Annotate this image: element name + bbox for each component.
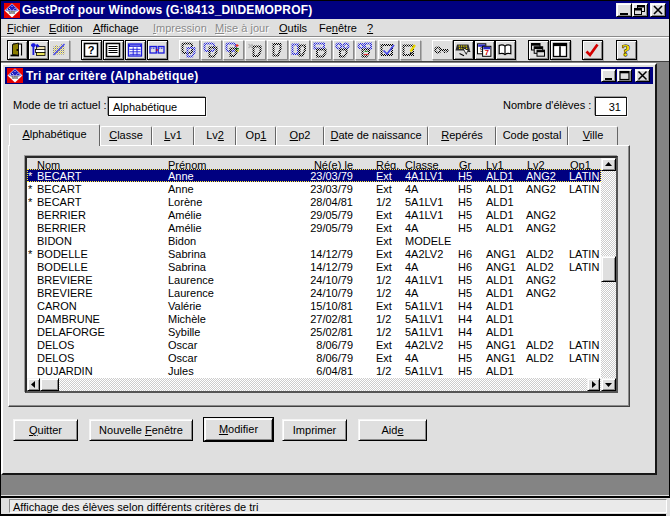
svg-text:7: 7 [485,48,489,57]
svg-text:?: ? [88,44,95,56]
svg-text:MB: MB [12,75,18,80]
svg-text:MB: MB [9,10,15,15]
svg-text:?: ? [622,42,631,58]
